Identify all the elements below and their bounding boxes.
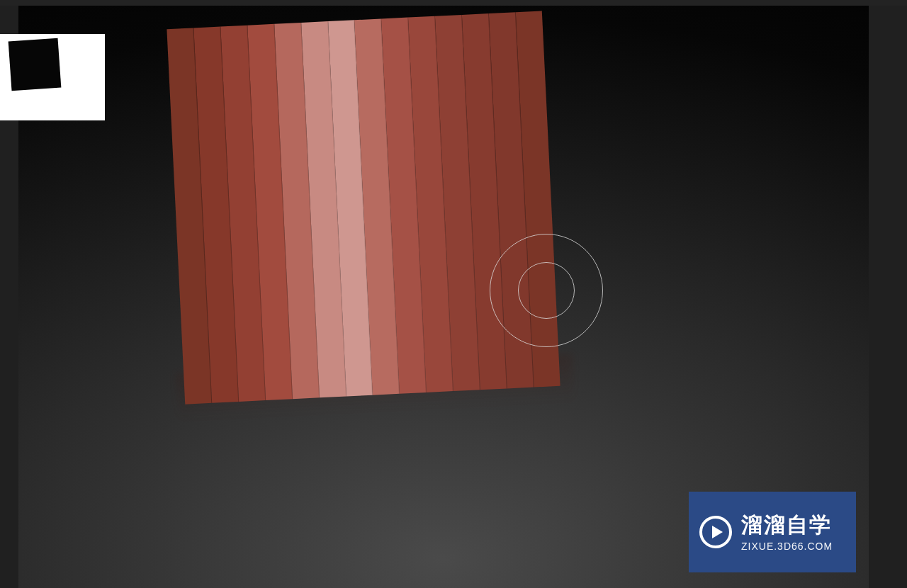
- watermark-subtitle: ZIXUE.3D66.COM: [741, 541, 833, 553]
- watermark-title: 溜溜自学: [741, 512, 833, 538]
- mini-navigator[interactable]: [0, 34, 105, 120]
- cylinder-mesh[interactable]: [167, 11, 560, 404]
- svg-marker-1: [712, 526, 723, 538]
- play-circle-icon: [699, 515, 733, 549]
- mini-navigator-thumb: [9, 38, 62, 91]
- top-toolbar-strip: [0, 0, 907, 6]
- watermark: 溜溜自学 ZIXUE.3D66.COM: [689, 492, 856, 572]
- mesh-faces: [167, 11, 560, 404]
